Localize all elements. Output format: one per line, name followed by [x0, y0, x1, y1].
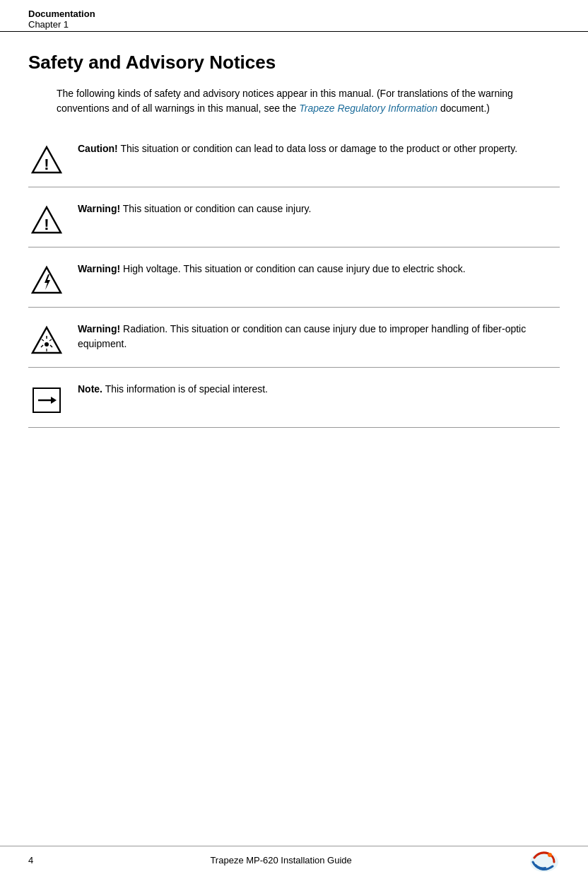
warning-voltage-icon [28, 262, 65, 298]
svg-line-8 [41, 345, 43, 347]
warning-injury-icon: ! [28, 202, 65, 238]
page-footer: 4 Trapeze MP-620 Installation Guide [0, 846, 588, 874]
notice-warning-injury: ! Warning! This situation or condition c… [28, 193, 560, 247]
svg-point-17 [548, 853, 552, 857]
doc-title: Documentation [28, 8, 560, 19]
svg-point-6 [45, 342, 49, 346]
page-header: Documentation Chapter 1 [0, 0, 588, 32]
footer-doc-name: Trapeze MP-620 Installation Guide [210, 855, 351, 866]
trapeze-logo [529, 848, 560, 873]
notices-area: ! Caution! This situation or condition c… [28, 133, 560, 428]
trapeze-regulatory-link[interactable]: Trapeze Regulatory Information [299, 103, 437, 114]
notice-warning-radiation: Warning! Radiation. This situation or co… [28, 313, 560, 368]
intro-paragraph: The following kinds of safety and adviso… [57, 86, 560, 116]
warning-radiation-text: Warning! Radiation. This situation or co… [78, 322, 560, 351]
note-text: Note. This information is of special int… [78, 382, 560, 397]
svg-text:!: ! [44, 216, 49, 233]
svg-line-10 [42, 339, 44, 341]
warning-injury-body: This situation or condition can cause in… [120, 203, 311, 214]
notice-caution: ! Caution! This situation or condition c… [28, 133, 560, 187]
note-icon [28, 382, 65, 419]
svg-line-11 [49, 339, 52, 341]
page-container: Documentation Chapter 1 Safety and Advis… [0, 0, 588, 874]
warning-radiation-body: Radiation. This situation or condition c… [78, 323, 526, 349]
warning-voltage-body: High voltage. This situation or conditio… [120, 263, 465, 274]
caution-icon: ! [28, 141, 65, 178]
svg-line-9 [50, 345, 52, 347]
caution-text: Caution! This situation or condition can… [78, 141, 560, 156]
caution-body: This situation or condition can lead to … [118, 143, 517, 154]
warning-voltage-text: Warning! High voltage. This situation or… [78, 262, 560, 276]
svg-text:!: ! [44, 156, 49, 173]
note-body: This information is of special interest. [102, 383, 268, 395]
footer-page-number: 4 [28, 855, 33, 866]
page-title: Safety and Advisory Notices [28, 52, 560, 74]
chapter-label: Chapter 1 [28, 19, 560, 30]
warning-injury-label: Warning! [78, 203, 120, 214]
notice-note: Note. This information is of special int… [28, 373, 560, 428]
warning-radiation-icon [28, 322, 65, 359]
warning-injury-text: Warning! This situation or condition can… [78, 202, 560, 216]
notice-warning-voltage: Warning! High voltage. This situation or… [28, 253, 560, 308]
note-label: Note. [78, 383, 102, 395]
caution-label: Caution! [78, 143, 118, 154]
intro-text-after-link: document.) [437, 103, 490, 114]
svg-marker-15 [51, 397, 57, 404]
warning-voltage-label: Warning! [78, 263, 120, 274]
warning-radiation-label: Warning! [78, 323, 120, 334]
